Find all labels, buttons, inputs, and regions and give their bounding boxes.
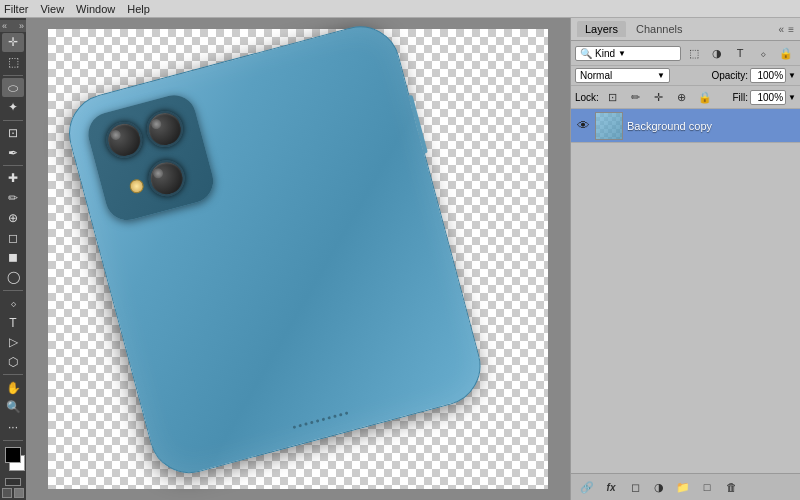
blend-mode-value: Normal (580, 70, 612, 81)
panel-footer: 🔗 fx ◻ ◑ 📁 □ 🗑 (571, 473, 800, 500)
screen-mode-btn2[interactable] (14, 488, 24, 498)
toolbar-collapse: « » (0, 20, 26, 32)
lock-all-btn[interactable]: 🔒 (695, 88, 715, 106)
layer-item[interactable]: 👁 Background copy (571, 109, 800, 143)
quick-mask-btn[interactable] (5, 478, 21, 486)
left-toolbar: « » ✛ ⬚ ⬭ ✦ ⊡ ✒ ✚ ✏ ⊕ ◻ ◼ ◯ ⬦ T ▷ ⬡ ✋ 🔍 … (0, 18, 26, 500)
shape-filter-btn[interactable]: ⬦ (753, 44, 773, 62)
collapse-right[interactable]: » (19, 21, 24, 31)
kind-label: Kind (595, 48, 615, 59)
eyedropper-tool[interactable]: ✒ (2, 143, 24, 162)
bottom-grill (293, 411, 349, 429)
opacity-input[interactable]: 100% (750, 68, 786, 83)
camera-module (83, 90, 218, 225)
new-adjustment-btn[interactable]: ◑ (649, 478, 669, 496)
panel-tabs: Layers Channels (577, 21, 691, 37)
camera-lens-3 (145, 156, 189, 200)
new-group-btn[interactable]: 📁 (673, 478, 693, 496)
kind-select[interactable]: 🔍 Kind ▼ (575, 46, 681, 61)
pen-tool[interactable]: ⬦ (2, 293, 24, 312)
side-button (409, 95, 428, 154)
kind-toolbar: 🔍 Kind ▼ ⬚ ◑ T ⬦ 🔒 (571, 41, 800, 66)
clone-tool[interactable]: ⊕ (2, 209, 24, 228)
menu-view[interactable]: View (40, 3, 64, 15)
lock-icons: ⊡ ✏ ✛ ⊕ 🔒 (603, 88, 715, 106)
hand-tool[interactable]: ✋ (2, 378, 24, 397)
lock-row: Lock: ⊡ ✏ ✛ ⊕ 🔒 Fill: 100% ▼ (571, 86, 800, 109)
blend-mode-select[interactable]: Normal ▼ (575, 68, 670, 83)
lock-position-btn[interactable]: ✛ (649, 88, 669, 106)
new-layer-btn[interactable]: □ (697, 478, 717, 496)
more-tool[interactable]: ··· (2, 418, 24, 437)
pixel-filter-btn[interactable]: ⬚ (684, 44, 704, 62)
collapse-left[interactable]: « (2, 21, 7, 31)
crop-tool[interactable]: ⊡ (2, 124, 24, 143)
gradient-tool[interactable]: ◼ (2, 248, 24, 267)
lock-image-btn[interactable]: ✏ (626, 88, 646, 106)
panel-controls: « ≡ (779, 24, 794, 35)
tool-separator-1 (3, 75, 23, 76)
fill-label: Fill: (733, 92, 749, 103)
search-icon: 🔍 (580, 48, 592, 59)
opacity-chevron[interactable]: ▼ (788, 71, 796, 80)
layers-panel: Layers Channels « ≡ 🔍 Kind ▼ ⬚ ◑ T ⬦ 🔒 (570, 18, 800, 500)
opacity-label: Opacity: (711, 70, 748, 81)
link-layers-btn[interactable]: 🔗 (577, 478, 597, 496)
add-mask-btn[interactable]: ◻ (625, 478, 645, 496)
type-filter-btn[interactable]: T (730, 44, 750, 62)
panel-header: Layers Channels « ≡ (571, 18, 800, 41)
camera-lens-1 (102, 118, 146, 162)
smart-filter-btn[interactable]: 🔒 (776, 44, 796, 62)
tab-channels[interactable]: Channels (628, 21, 690, 37)
kind-chevron: ▼ (618, 49, 626, 58)
color-separator (3, 440, 23, 441)
canvas-container (48, 29, 548, 489)
menu-help[interactable]: Help (127, 3, 150, 15)
blend-row: Normal ▼ Opacity: 100% ▼ (571, 66, 800, 86)
dodge-tool[interactable]: ◯ (2, 268, 24, 287)
top-bar: Filter View Window Help (0, 0, 800, 18)
blend-chevron: ▼ (657, 71, 665, 80)
tab-layers[interactable]: Layers (577, 21, 626, 37)
screen-mode-btn[interactable] (2, 488, 12, 498)
tool-separator-3 (3, 165, 23, 166)
fill-chevron[interactable]: ▼ (788, 93, 796, 102)
delete-layer-btn[interactable]: 🗑 (721, 478, 741, 496)
healing-tool[interactable]: ✚ (2, 169, 24, 188)
layer-name: Background copy (627, 120, 712, 132)
tool-separator-2 (3, 120, 23, 121)
type-tool[interactable]: T (2, 313, 24, 332)
marquee-tool[interactable]: ⬚ (2, 53, 24, 72)
fx-button[interactable]: fx (601, 478, 621, 496)
lock-artboard-btn[interactable]: ⊕ (672, 88, 692, 106)
tool-separator-5 (3, 374, 23, 375)
panel-menu-btn[interactable]: ≡ (788, 24, 794, 35)
brush-tool[interactable]: ✏ (2, 189, 24, 208)
layer-visibility-eye[interactable]: 👁 (575, 118, 591, 134)
lock-transparent-btn[interactable]: ⊡ (603, 88, 623, 106)
collapse-panel-btn[interactable]: « (779, 24, 785, 35)
layers-list: 👁 Background copy (571, 109, 800, 473)
lasso-tool[interactable]: ⬭ (2, 78, 24, 97)
camera-flash (128, 178, 145, 195)
foreground-color[interactable] (5, 447, 21, 463)
path-tool[interactable]: ▷ (2, 333, 24, 352)
magic-wand-tool[interactable]: ✦ (2, 98, 24, 117)
move-tool[interactable]: ✛ (2, 33, 24, 52)
menu-window[interactable]: Window (76, 3, 115, 15)
canvas-area[interactable] (26, 18, 570, 500)
lock-label: Lock: (575, 92, 599, 103)
fill-row: Fill: 100% ▼ (733, 90, 796, 105)
zoom-tool[interactable]: 🔍 (2, 398, 24, 417)
camera-lens-2 (143, 107, 187, 151)
eraser-tool[interactable]: ◻ (2, 228, 24, 247)
tool-separator-4 (3, 290, 23, 291)
color-picker[interactable]: ↕ (1, 447, 25, 473)
shape-tool[interactable]: ⬡ (2, 353, 24, 372)
layer-thumbnail (595, 112, 623, 140)
opacity-row: Opacity: 100% ▼ (711, 68, 796, 83)
fill-input[interactable]: 100% (750, 90, 786, 105)
adjustment-filter-btn[interactable]: ◑ (707, 44, 727, 62)
menu-filter[interactable]: Filter (4, 3, 28, 15)
